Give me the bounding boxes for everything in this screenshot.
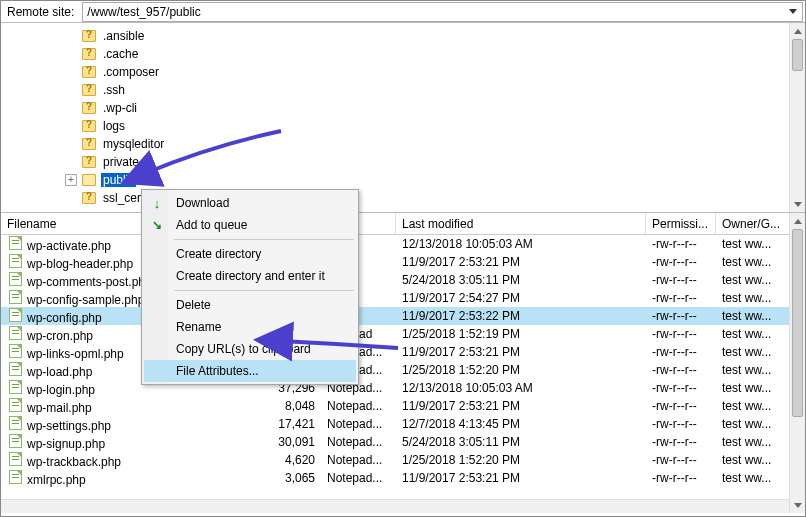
menu-label: Create directory and enter it	[176, 269, 325, 283]
menu-label: Download	[176, 196, 229, 210]
chevron-down-icon[interactable]	[786, 5, 800, 19]
folder-unknown-icon	[81, 190, 97, 206]
file-row[interactable]: xmlrpc.php3,065Notepad...11/9/2017 2:53:…	[1, 469, 805, 487]
php-file-icon	[7, 379, 23, 395]
tree-item[interactable]: .ansible	[65, 27, 805, 45]
file-row[interactable]: wp-config.phpad...11/9/2017 2:53:22 PM-r…	[1, 307, 805, 325]
remote-path-bar: Remote site: /www/test_957/public	[1, 1, 805, 23]
cell-owner: test ww...	[716, 363, 791, 377]
menu-delete[interactable]: Delete	[144, 294, 356, 316]
folder-unknown-icon	[81, 46, 97, 62]
php-file-icon	[7, 361, 23, 377]
file-list-pane: Filename pe Last modified Permissi... Ow…	[1, 213, 805, 513]
add-queue-icon	[149, 217, 165, 233]
cell-modified: 12/13/2018 10:05:03 AM	[396, 381, 646, 395]
cell-modified: 11/9/2017 2:53:21 PM	[396, 471, 646, 485]
menu-file-attributes[interactable]: File Attributes...	[144, 360, 356, 382]
remote-tree[interactable]: .ansible.cache.composer.ssh.wp-clilogsmy…	[1, 23, 805, 211]
file-row[interactable]: wp-cron.php3,669Notepad1/25/2018 1:52:19…	[1, 325, 805, 343]
tree-toggle[interactable]: +	[65, 174, 77, 186]
cell-size: 4,620	[256, 453, 321, 467]
download-icon	[149, 195, 165, 211]
file-row[interactable]: wp-blog-header.phpad...11/9/2017 2:53:21…	[1, 253, 805, 271]
cell-owner: test ww...	[716, 453, 791, 467]
file-row[interactable]: wp-login.php37,296Notepad...12/13/2018 1…	[1, 379, 805, 397]
cell-owner: test ww...	[716, 435, 791, 449]
tree-scrollbar[interactable]	[789, 23, 805, 212]
cell-modified: 11/9/2017 2:53:21 PM	[396, 345, 646, 359]
folder-unknown-icon	[81, 100, 97, 116]
folder-unknown-icon	[81, 136, 97, 152]
arrow-up-icon[interactable]	[790, 213, 805, 229]
tree-item-label: .cache	[101, 47, 140, 61]
cell-perm: -rw-r--r--	[646, 399, 716, 413]
tree-toggle	[65, 102, 77, 114]
tree-item[interactable]: private	[65, 153, 805, 171]
tree-item[interactable]: .composer	[65, 63, 805, 81]
menu-create-dir[interactable]: Create directory	[144, 243, 356, 265]
menu-label: File Attributes...	[176, 364, 259, 378]
file-row[interactable]: wp-trackback.php4,620Notepad...1/25/2018…	[1, 451, 805, 469]
menu-rename[interactable]: Rename	[144, 316, 356, 338]
php-file-icon	[7, 469, 23, 485]
col-perm[interactable]: Permissi...	[646, 213, 716, 234]
menu-add-queue[interactable]: Add to queue	[144, 214, 356, 236]
php-file-icon	[7, 415, 23, 431]
file-row[interactable]: wp-mail.php8,048Notepad...11/9/2017 2:53…	[1, 397, 805, 415]
cell-modified: 1/25/2018 1:52:20 PM	[396, 363, 646, 377]
tree-item[interactable]: +public	[65, 171, 805, 189]
tree-item-label: .composer	[101, 65, 161, 79]
php-file-icon	[7, 451, 23, 467]
remote-path-input[interactable]: /www/test_957/public	[82, 2, 803, 22]
cell-owner: test ww...	[716, 381, 791, 395]
file-row[interactable]: wp-activate.phpad...12/13/2018 10:05:03 …	[1, 235, 805, 253]
arrow-down-icon[interactable]	[790, 196, 805, 212]
tree-item[interactable]: logs	[65, 117, 805, 135]
tree-item[interactable]: .ssh	[65, 81, 805, 99]
php-file-icon	[7, 343, 23, 359]
col-owner[interactable]: Owner/G...	[716, 213, 791, 234]
cell-modified: 1/25/2018 1:52:20 PM	[396, 453, 646, 467]
menu-create-enter[interactable]: Create directory and enter it	[144, 265, 356, 287]
tree-item[interactable]: .cache	[65, 45, 805, 63]
col-modified[interactable]: Last modified	[396, 213, 646, 234]
file-row[interactable]: wp-signup.php30,091Notepad...5/24/2018 3…	[1, 433, 805, 451]
file-row[interactable]: wp-config-sample.phpad...11/9/2017 2:54:…	[1, 289, 805, 307]
cell-owner: test ww...	[716, 417, 791, 431]
file-scrollbar[interactable]	[789, 213, 805, 513]
tree-toggle	[65, 192, 77, 204]
tree-item-label: mysqleditor	[101, 137, 166, 151]
cell-size: 8,048	[256, 399, 321, 413]
tree-toggle	[65, 156, 77, 168]
cell-modified: 11/9/2017 2:53:21 PM	[396, 399, 646, 413]
scroll-thumb[interactable]	[792, 39, 803, 71]
cell-modified: 5/24/2018 3:05:11 PM	[396, 435, 646, 449]
context-menu[interactable]: Download Add to queue Create directory C…	[141, 189, 359, 385]
tree-item[interactable]: .wp-cli	[65, 99, 805, 117]
tree-item[interactable]: mysqleditor	[65, 135, 805, 153]
arrow-up-icon[interactable]	[790, 23, 805, 39]
file-row[interactable]: wp-links-opml.php2,422Notepad...11/9/201…	[1, 343, 805, 361]
cell-modified: 11/9/2017 2:54:27 PM	[396, 291, 646, 305]
folder-open-icon	[81, 172, 97, 188]
file-hscrollbar[interactable]	[1, 499, 789, 513]
file-row[interactable]: wp-settings.php17,421Notepad...12/7/2018…	[1, 415, 805, 433]
column-headers[interactable]: Filename pe Last modified Permissi... Ow…	[1, 213, 805, 235]
menu-copy-url[interactable]: Copy URL(s) to clipboard	[144, 338, 356, 360]
file-row[interactable]: wp-load.php3,306Notepad...1/25/2018 1:52…	[1, 361, 805, 379]
file-rows[interactable]: wp-activate.phpad...12/13/2018 10:05:03 …	[1, 235, 805, 487]
cell-perm: -rw-r--r--	[646, 273, 716, 287]
cell-perm: -rw-r--r--	[646, 381, 716, 395]
cell-filename: wp-signup.php	[1, 433, 256, 451]
cell-filename: wp-trackback.php	[1, 451, 256, 469]
arrow-down-icon[interactable]	[790, 497, 805, 513]
file-row[interactable]: wp-comments-post.phad...5/24/2018 3:05:1…	[1, 271, 805, 289]
cell-type: Notepad...	[321, 471, 396, 485]
menu-download[interactable]: Download	[144, 192, 356, 214]
cell-size: 3,065	[256, 471, 321, 485]
scroll-thumb[interactable]	[792, 229, 803, 417]
cell-filename: wp-settings.php	[1, 415, 256, 433]
cell-type: Notepad...	[321, 453, 396, 467]
remote-site-label: Remote site:	[1, 5, 80, 19]
app-root: Remote site: /www/test_957/public .ansib…	[0, 0, 806, 517]
